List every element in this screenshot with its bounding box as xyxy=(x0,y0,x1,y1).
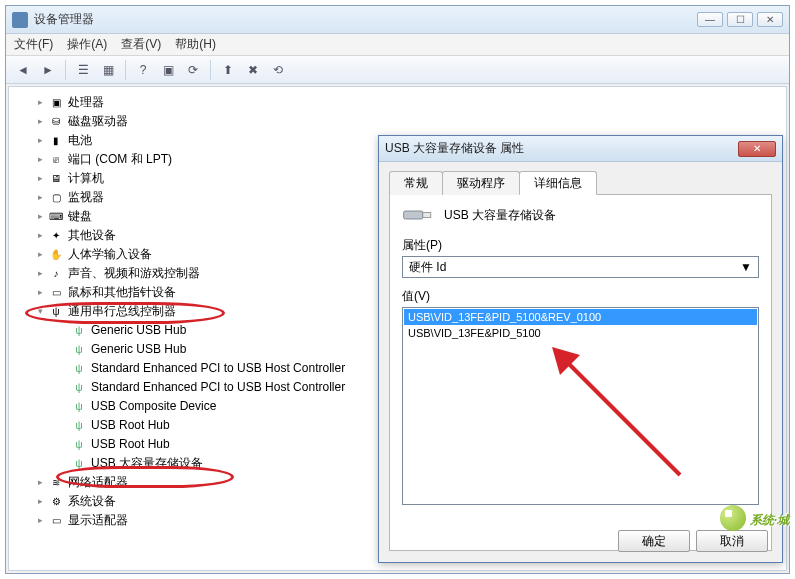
usb-device-icon: ψ xyxy=(71,361,87,377)
other-icon: ✦ xyxy=(48,228,64,244)
expand-icon[interactable]: ▸ xyxy=(35,477,46,488)
properties-button[interactable]: ▣ xyxy=(157,59,179,81)
property-dropdown[interactable]: 硬件 Id ▼ xyxy=(402,256,759,278)
tree-item-label: USB 大容量存储设备 xyxy=(91,454,203,473)
properties-dialog: USB 大容量存储设备 属性 ✕ 常规 驱动程序 详细信息 USB 大容量存储设… xyxy=(378,135,783,563)
tree-item-label: 键盘 xyxy=(68,207,92,226)
expand-icon[interactable]: ▸ xyxy=(35,515,46,526)
chevron-down-icon: ▼ xyxy=(740,260,752,274)
expand-icon[interactable]: ▸ xyxy=(35,97,46,108)
expand-icon[interactable]: ▸ xyxy=(35,135,46,146)
menubar: 文件(F) 操作(A) 查看(V) 帮助(H) xyxy=(6,34,789,56)
toolbar: ◄ ► ☰ ▦ ? ▣ ⟳ ⬆ ✖ ⟲ xyxy=(6,56,789,84)
tree-item[interactable]: ▸▣处理器 xyxy=(13,93,782,112)
property-label: 属性(P) xyxy=(402,237,759,254)
menu-view[interactable]: 查看(V) xyxy=(121,36,161,53)
expand-icon[interactable]: ▸ xyxy=(35,192,46,203)
tree-item-label: Standard Enhanced PCI to USB Host Contro… xyxy=(91,359,345,378)
collapse-icon[interactable]: ▾ xyxy=(35,306,46,317)
forward-button[interactable]: ► xyxy=(37,59,59,81)
tree-item-label: USB Root Hub xyxy=(91,435,170,454)
tree-item-label: USB Root Hub xyxy=(91,416,170,435)
tree-item-label: 网络适配器 xyxy=(68,473,128,492)
tree-item-label: 端口 (COM 和 LPT) xyxy=(68,150,172,169)
scan-button[interactable]: ⟲ xyxy=(267,59,289,81)
system-icon: ⚙ xyxy=(48,494,64,510)
device-name-label: USB 大容量存储设备 xyxy=(444,207,556,224)
dialog-titlebar: USB 大容量存储设备 属性 ✕ xyxy=(379,136,782,162)
tree-item-label: 其他设备 xyxy=(68,226,116,245)
tree-item-label: USB Composite Device xyxy=(91,397,216,416)
tab-general[interactable]: 常规 xyxy=(389,171,443,195)
back-button[interactable]: ◄ xyxy=(12,59,34,81)
usb-device-icon: ψ xyxy=(71,399,87,415)
computer-icon: 🖥 xyxy=(48,171,64,187)
minimize-button[interactable]: — xyxy=(697,12,723,27)
expand-icon[interactable]: ▸ xyxy=(35,230,46,241)
maximize-button[interactable]: ☐ xyxy=(727,12,753,27)
menu-file[interactable]: 文件(F) xyxy=(14,36,53,53)
tree-item-label: 显示适配器 xyxy=(68,511,128,530)
usb-icon: ψ xyxy=(48,304,64,320)
ok-button[interactable]: 确定 xyxy=(618,530,690,552)
uninstall-button[interactable]: ✖ xyxy=(242,59,264,81)
usb-device-icon xyxy=(402,205,434,225)
hid-icon: ✋ xyxy=(48,247,64,263)
refresh-button[interactable]: ⟳ xyxy=(182,59,204,81)
tree-item-label: 处理器 xyxy=(68,93,104,112)
list-item[interactable]: USB\VID_13FE&PID_5100&REV_0100 xyxy=(404,309,757,325)
titlebar: 设备管理器 — ☐ ✕ xyxy=(6,6,789,34)
tree-item-label: 鼠标和其他指针设备 xyxy=(68,283,176,302)
help-button[interactable]: ? xyxy=(132,59,154,81)
tree-item[interactable]: ▸⛁磁盘驱动器 xyxy=(13,112,782,131)
tree-item-label: Generic USB Hub xyxy=(91,340,186,359)
sound-icon: ♪ xyxy=(48,266,64,282)
view-button[interactable]: ▦ xyxy=(97,59,119,81)
usb-device-icon: ψ xyxy=(71,342,87,358)
usb-device-icon: ψ xyxy=(71,323,87,339)
cpu-icon: ▣ xyxy=(48,95,64,111)
mouse-icon: ▭ xyxy=(48,285,64,301)
expand-icon[interactable]: ▸ xyxy=(35,211,46,222)
expand-icon[interactable]: ▸ xyxy=(35,154,46,165)
display-icon: ▭ xyxy=(48,513,64,529)
details-pane: USB 大容量存储设备 属性(P) 硬件 Id ▼ 值(V) USB\VID_1… xyxy=(389,195,772,551)
expand-icon[interactable]: ▸ xyxy=(35,287,46,298)
battery-icon: ▮ xyxy=(48,133,64,149)
cancel-button[interactable]: 取消 xyxy=(696,530,768,552)
expand-icon[interactable]: ▸ xyxy=(35,173,46,184)
tree-item-label: 磁盘驱动器 xyxy=(68,112,128,131)
property-value: 硬件 Id xyxy=(409,259,446,276)
usb-device-icon: ψ xyxy=(71,380,87,396)
update-driver-button[interactable]: ⬆ xyxy=(217,59,239,81)
expand-icon[interactable]: ▸ xyxy=(35,249,46,260)
app-icon xyxy=(12,12,28,28)
disk-icon: ⛁ xyxy=(48,114,64,130)
tab-strip: 常规 驱动程序 详细信息 xyxy=(389,170,772,195)
value-listbox[interactable]: USB\VID_13FE&PID_5100&REV_0100 USB\VID_1… xyxy=(402,307,759,505)
expand-icon[interactable]: ▸ xyxy=(35,268,46,279)
menu-help[interactable]: 帮助(H) xyxy=(175,36,216,53)
expand-icon[interactable]: ▸ xyxy=(35,116,46,127)
tree-item-label: 系统设备 xyxy=(68,492,116,511)
list-item[interactable]: USB\VID_13FE&PID_5100 xyxy=(404,325,757,341)
keyboard-icon: ⌨ xyxy=(48,209,64,225)
tree-item-label: Standard Enhanced PCI to USB Host Contro… xyxy=(91,378,345,397)
usb-device-icon: ψ xyxy=(71,437,87,453)
window-title: 设备管理器 xyxy=(34,11,697,28)
show-hidden-button[interactable]: ☰ xyxy=(72,59,94,81)
tree-item-label: 计算机 xyxy=(68,169,104,188)
tree-item-label: 声音、视频和游戏控制器 xyxy=(68,264,200,283)
close-button[interactable]: ✕ xyxy=(757,12,783,27)
tab-driver[interactable]: 驱动程序 xyxy=(442,171,520,195)
tree-item-label: 通用串行总线控制器 xyxy=(68,302,176,321)
monitor-icon: ▢ xyxy=(48,190,64,206)
dialog-close-button[interactable]: ✕ xyxy=(738,141,776,157)
dialog-title: USB 大容量存储设备 属性 xyxy=(385,140,738,157)
tree-item-label: 人体学输入设备 xyxy=(68,245,152,264)
tree-item-label: Generic USB Hub xyxy=(91,321,186,340)
expand-icon[interactable]: ▸ xyxy=(35,496,46,507)
tab-details[interactable]: 详细信息 xyxy=(519,171,597,195)
menu-action[interactable]: 操作(A) xyxy=(67,36,107,53)
usb-device-icon: ψ xyxy=(71,418,87,434)
